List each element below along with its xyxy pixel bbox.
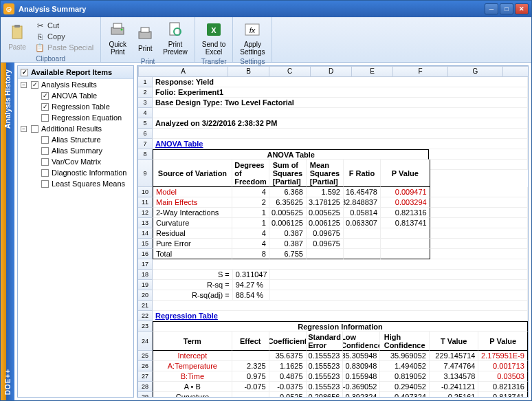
close-button[interactable]: ✕	[515, 3, 529, 14]
cell[interactable]: 6.368	[269, 187, 307, 197]
cell[interactable]: Coefficient	[269, 332, 307, 351]
row-header[interactable]: 24	[137, 332, 153, 351]
cell[interactable]: 0.821316	[478, 382, 528, 392]
checkbox[interactable]	[31, 125, 38, 133]
cell[interactable]: Analyzed on 3/22/2016 2:38:32 PM	[153, 118, 528, 129]
tree-item[interactable]: Diagnostic Information	[18, 167, 133, 178]
cell[interactable]: 0.05814	[344, 208, 381, 218]
cut-button[interactable]: ✂Cut	[34, 20, 95, 31]
cell[interactable]: 2-Way Interactions	[153, 208, 232, 218]
cell[interactable]: -0.369052	[343, 382, 380, 392]
row-header[interactable]: 19	[137, 280, 153, 290]
cell[interactable]: Mean Squares [Partial]	[307, 160, 344, 187]
row-header[interactable]: 2	[137, 87, 153, 98]
cell[interactable]: R-sq(adj) =	[153, 290, 233, 301]
cell[interactable]: Effect	[232, 332, 269, 351]
column-header[interactable]: C	[269, 66, 311, 77]
row-header[interactable]: 18	[137, 270, 153, 280]
cell[interactable]: 1	[232, 218, 269, 228]
cell[interactable]: -0.075	[232, 382, 269, 392]
send-to-excel-button[interactable]: XSend to Excel	[198, 19, 230, 57]
row-header[interactable]: 9	[137, 160, 153, 187]
row-header[interactable]: 6	[137, 129, 153, 139]
cell[interactable]: Term	[153, 332, 232, 351]
cell[interactable]: 0.03503	[478, 371, 528, 382]
print-preview-button[interactable]: Print Preview	[159, 19, 192, 57]
column-header[interactable]: A	[139, 66, 228, 77]
cell[interactable]: Sum of Squares [Partial]	[269, 160, 307, 187]
cell[interactable]	[344, 249, 381, 259]
cell[interactable]: 35.969052	[380, 351, 430, 361]
tree-item[interactable]: −✓Analysis Results	[18, 79, 133, 90]
row-header[interactable]: 15	[137, 239, 153, 249]
cell[interactable]: Model	[153, 187, 232, 197]
cell[interactable]	[270, 290, 528, 301]
cell[interactable]: ANOVA Table	[153, 139, 528, 149]
row-header[interactable]: 8	[137, 149, 153, 160]
row-header[interactable]: 20	[137, 290, 153, 301]
cell[interactable]	[430, 239, 528, 249]
row-header[interactable]: 14	[137, 228, 153, 239]
cell[interactable]: Standard Error	[307, 332, 344, 351]
quick-print-button[interactable]: Quick Print	[104, 19, 131, 57]
cell[interactable]: 6.755	[269, 249, 307, 259]
cell[interactable]: 2	[232, 197, 269, 208]
maximize-button[interactable]: □	[500, 3, 513, 14]
cell[interactable]: 0.155948	[343, 371, 380, 382]
checkbox[interactable]	[41, 169, 49, 177]
cell[interactable]: 0.155523	[307, 351, 344, 361]
cell[interactable]: 0.813741	[381, 218, 430, 228]
cell[interactable]: Response: Yield	[153, 77, 528, 87]
tree-item[interactable]: ✓ANOVA Table	[18, 90, 133, 101]
row-header[interactable]: 17	[137, 259, 153, 270]
cell[interactable]: Pure Error	[153, 239, 232, 249]
row-header[interactable]: 7	[137, 139, 153, 149]
row-header[interactable]: 13	[137, 218, 153, 228]
cell[interactable]: 1	[232, 208, 269, 218]
column-header[interactable]: E	[352, 66, 393, 77]
column-header[interactable]: D	[311, 66, 352, 77]
cell[interactable]: Low Confidence	[343, 332, 380, 351]
apply-settings-button[interactable]: fxApply Settings	[236, 19, 269, 57]
checkbox[interactable]: ✓	[41, 92, 49, 100]
cell[interactable]: 0.001713	[478, 361, 528, 371]
cell[interactable]: 16.45478	[344, 187, 381, 197]
tree-item[interactable]: ✓Regression Table	[18, 101, 133, 112]
cell[interactable]: 0.819052	[380, 371, 430, 382]
cell[interactable]: 0.005625	[307, 208, 344, 218]
cell[interactable]: 0.005625	[269, 208, 307, 218]
cell[interactable]: 0.006125	[307, 218, 344, 228]
cell[interactable]: 2.175951E-9	[478, 351, 528, 361]
cell[interactable]: 3.178125	[307, 197, 344, 208]
expand-icon[interactable]: −	[21, 82, 27, 88]
cell[interactable]	[430, 187, 528, 197]
cell[interactable]	[153, 259, 528, 270]
cell[interactable]: Main Effects	[153, 197, 232, 208]
cell[interactable]	[153, 301, 528, 311]
cell[interactable]: 0.155523	[307, 361, 344, 371]
row-header[interactable]: 5	[137, 118, 153, 129]
cell[interactable]	[153, 129, 528, 139]
cell[interactable]	[344, 239, 381, 249]
cell[interactable]: 0.830948	[343, 361, 380, 371]
cell[interactable]: R-sq =	[153, 280, 233, 290]
cell[interactable]: T Value	[430, 332, 479, 351]
cell[interactable]	[381, 239, 430, 249]
column-header[interactable]: G	[448, 66, 503, 77]
cell[interactable]: 0.0525	[269, 392, 307, 398]
cell[interactable]: 8	[232, 249, 269, 259]
row-header[interactable]: 28	[137, 382, 153, 392]
select-all-corner[interactable]	[137, 66, 139, 77]
cell[interactable]: 35.6375	[269, 351, 307, 361]
cell[interactable]	[232, 392, 269, 398]
cell[interactable]	[232, 351, 269, 361]
cell[interactable]: 1.494052	[380, 361, 430, 371]
row-header[interactable]: 22	[137, 311, 153, 321]
row-header[interactable]: 23	[137, 321, 153, 332]
side-tab[interactable]: Analysis History DOE++	[1, 63, 14, 400]
checkbox[interactable]	[41, 180, 49, 188]
cell[interactable]: 0.311047	[233, 270, 270, 280]
checkbox[interactable]: ✓	[31, 81, 38, 89]
tree-item[interactable]: Regression Equation	[18, 112, 133, 123]
cell[interactable]: 0.497324	[380, 392, 430, 398]
